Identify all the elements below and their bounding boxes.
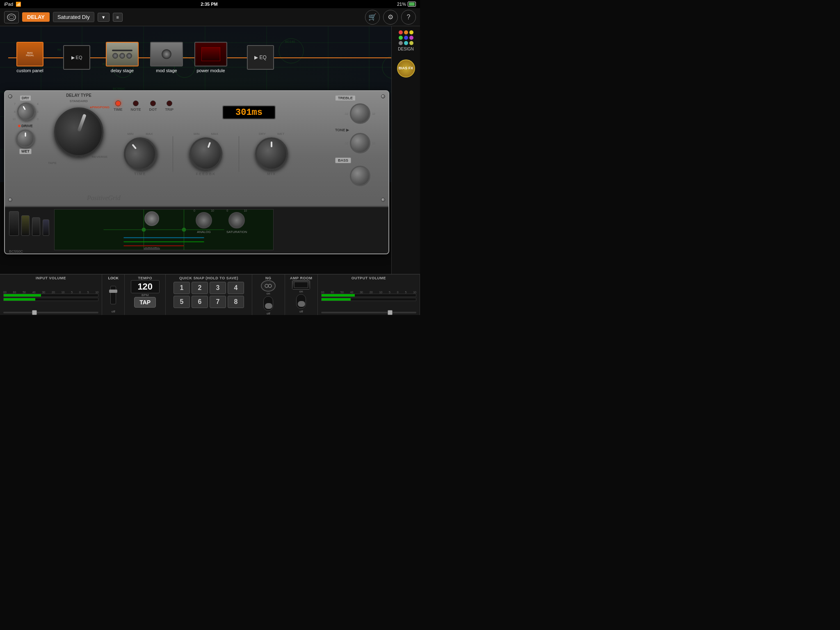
mix-section-label: MIX [267, 172, 276, 176]
brand-logo: PositiveGrid [87, 194, 121, 202]
note-mode-btn[interactable]: NOTE [131, 100, 141, 112]
chain-item-eq-left[interactable]: ▶ EQ [63, 45, 90, 70]
feedbk-knob-group: MIN MAX FEEDBK [173, 132, 238, 176]
preset-dropdown[interactable]: ▼ [98, 13, 110, 22]
bc550c-label: BC550C [9, 249, 23, 253]
svg-point-32 [182, 228, 186, 232]
top-nav: DELAY Saturated Dly ▼ ≡ 🛒 ⚙ ? [0, 8, 420, 26]
output-vu-scale-top: 0060504030201050510 [321, 291, 416, 294]
chain-item-delay-stage[interactable]: delay stage [106, 42, 139, 73]
nav-logo[interactable] [4, 11, 19, 23]
chain-item-mod-stage[interactable]: mod stage [150, 42, 183, 73]
input-volume-label: INPUT VOLUME [36, 276, 66, 280]
delay-value: 301ms [235, 107, 262, 118]
drive-knob[interactable] [16, 130, 34, 148]
dot-cyan [404, 41, 408, 45]
pedal-top-section: DRY 7810 430 DRIVE WET [5, 91, 388, 206]
dry-knob[interactable] [14, 99, 39, 124]
dot-yellow [409, 30, 413, 34]
output-fader-thumb[interactable] [388, 310, 393, 315]
snap-btn-7[interactable]: 7 [210, 296, 226, 308]
custom-panel-thumbnail: BIASPEDAL [17, 43, 43, 66]
dot-blue [404, 36, 408, 40]
tap-button[interactable]: TAP [134, 297, 156, 308]
dot-mode-btn[interactable]: DOT [149, 100, 157, 112]
time-knob-group: MIN MAX TIME [107, 132, 173, 176]
delay-button[interactable]: DELAY [22, 12, 50, 22]
input-fader-thumb[interactable] [32, 310, 37, 315]
output-vu-container: 0060504030201050510 [321, 291, 416, 301]
cart-button[interactable]: 🛒 [365, 10, 380, 25]
ng-icon [261, 280, 276, 292]
snap-btn-5[interactable]: 5 [173, 296, 190, 308]
preset-name: Saturated Dly [53, 12, 94, 22]
ng-off-label: off [267, 312, 270, 315]
bias-fx-button[interactable]: BIAS FX [397, 59, 415, 78]
treble-knob[interactable] [350, 103, 370, 124]
standard-label: STANDARD [70, 99, 88, 103]
dot-orange [404, 30, 408, 34]
snap-btn-2[interactable]: 2 [192, 282, 208, 294]
input-meter-2 [3, 298, 98, 301]
snap-btn-4[interactable]: 4 [228, 282, 244, 294]
dot-red [399, 30, 403, 34]
amp-room-on-label: on [299, 290, 303, 293]
dot-label: DOT [149, 107, 157, 112]
right-sidebar: DESIGN BIAS FX [391, 26, 420, 274]
delay-type-title: DELAY TYPE [42, 93, 116, 98]
time-min-label: MIN [128, 132, 134, 136]
feedbk-knob[interactable] [185, 133, 227, 175]
ng-toggle[interactable]: on off [263, 292, 273, 315]
settings-button[interactable]: ⚙ [383, 10, 398, 25]
lock-fader-thumb [109, 290, 117, 293]
delay-display: 301ms [222, 105, 276, 119]
tone-knob[interactable] [350, 133, 370, 153]
nav-menu-button[interactable]: ≡ [113, 13, 123, 22]
amp-room-toggle[interactable]: on off [296, 290, 306, 313]
note-led [133, 100, 139, 106]
lock-off-label: off [112, 310, 115, 313]
design-dots [399, 30, 413, 45]
dot-lime [409, 41, 413, 45]
input-volume-section: INPUT VOLUME 0060504030201050510 [0, 274, 102, 315]
ng-toggle-thumb [265, 303, 272, 309]
trip-mode-btn[interactable]: TRIP [165, 100, 174, 112]
dry-knob-group: DRY 7810 430 [9, 95, 42, 121]
drive-knob-group: DRIVE WET [9, 124, 42, 154]
saturation-knob-section[interactable]: 010 SATURATION [226, 209, 247, 234]
snap-grid: 1 2 3 4 5 6 7 8 [173, 282, 244, 308]
bpm-display: 120 [131, 280, 160, 293]
chain-item-power-module[interactable]: power module [194, 42, 227, 73]
custom-panel-label: custom panel [16, 68, 43, 73]
reverse-label: REVERSE [92, 155, 107, 159]
chain-item-eq-right[interactable]: ▶ EQ [247, 45, 274, 70]
infinity-section[interactable]: INFINITY [144, 211, 159, 250]
dot-led [150, 100, 156, 106]
time-knob[interactable] [117, 131, 163, 177]
help-button[interactable]: ? [401, 10, 416, 25]
battery-icon [408, 2, 416, 7]
bass-knob[interactable] [350, 166, 370, 186]
delay-stage-label: delay stage [111, 68, 134, 73]
feedbk-section-label: FEEDBK [196, 172, 216, 176]
display-section: 301ms TIME NOTE DOT TRIP [112, 97, 173, 112]
tempo-label: TEMPO [138, 276, 152, 280]
time-mode-btn[interactable]: TIME [114, 100, 123, 112]
mix-wet-label: WET [277, 132, 285, 136]
design-section: DESIGN [398, 30, 413, 51]
bias-fx-label: BIAS FX [399, 66, 413, 71]
lock-fader[interactable] [110, 286, 116, 304]
time-label: TIME [114, 107, 123, 112]
delay-rotary-container[interactable]: STANDARD ●PINGPONG REVERSE TAPE [46, 99, 112, 165]
time-max-label: MAX [146, 132, 153, 136]
trip-led [167, 100, 172, 106]
snap-btn-6[interactable]: 6 [192, 296, 208, 308]
input-fader-row [3, 312, 98, 313]
analog-knob-section[interactable]: 010 ANALOG [194, 209, 214, 234]
snap-btn-3[interactable]: 3 [210, 282, 226, 294]
chain-item-custom-panel[interactable]: BIASPEDAL custom panel [16, 42, 43, 73]
mod-stage-label: mod stage [156, 68, 177, 73]
mix-knob[interactable] [255, 137, 288, 170]
snap-btn-1[interactable]: 1 [173, 282, 190, 294]
snap-btn-8[interactable]: 8 [228, 296, 244, 308]
